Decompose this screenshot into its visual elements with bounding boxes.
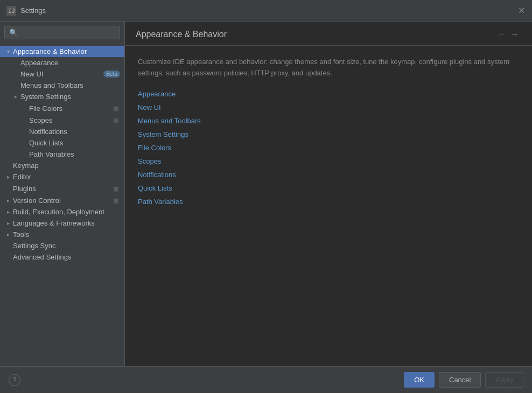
sidebar-item-label: Settings Sync [13,242,120,250]
sidebar-tree: ▾Appearance & BehaviorAppearanceNew UIBe… [0,44,124,366]
content-link-menus-toolbars[interactable]: Menus and Toolbars [138,117,519,125]
sidebar-item-label: Scopes [29,116,109,124]
chevron-spacer [12,71,19,78]
chevron-icon: ▸ [12,93,19,101]
chevron-spacer [20,104,28,112]
content-description: Customize IDE appearance and behavior: c… [138,57,519,79]
sidebar-item-label: Tools [13,230,120,238]
sidebar-item-menus-toolbars[interactable]: Menus and Toolbars [0,80,124,91]
sidebar-item-label: Version Control [13,196,109,205]
ok-button[interactable]: OK [404,372,435,388]
back-button[interactable]: ← [495,28,508,41]
links-list: AppearanceNew UIMenus and ToolbarsSystem… [138,90,519,206]
sidebar-item-languages-frameworks[interactable]: ▸Languages & Frameworks [0,217,124,229]
beta-badge: Beta [103,71,120,78]
sidebar-item-label: Plugins [13,185,109,193]
sidebar-item-label: System Settings [20,93,120,101]
chevron-spacer [20,128,28,136]
help-icon: ? [12,376,16,384]
chevron-spacer [20,116,28,124]
content-link-path-variables[interactable]: Path Variables [138,198,519,206]
content-link-scopes[interactable]: Scopes [138,157,519,165]
app-logo-icon: IJ [6,6,16,16]
content-link-appearance[interactable]: Appearance [138,90,519,98]
chevron-spacer [4,254,12,261]
content-header: Appearance & Behavior ← → [125,22,532,46]
sidebar: ▾Appearance & BehaviorAppearanceNew UIBe… [0,22,125,366]
chevron-spacer [4,162,12,170]
sidebar-item-label: Appearance [20,59,120,67]
sidebar-item-label: Editor [13,173,120,181]
window-title: Settings [20,6,517,15]
sidebar-item-label: New UI [20,70,100,78]
help-button[interactable]: ? [9,374,20,386]
sidebar-item-keymap[interactable]: Keymap [0,160,124,171]
chevron-icon: ▸ [4,173,12,181]
content-link-new-ui[interactable]: New UI [138,103,519,111]
settings-icon[interactable]: ▦ [111,196,120,205]
sidebar-item-label: File Colors [29,104,109,113]
content-link-system-settings[interactable]: System Settings [138,130,519,138]
chevron-spacer [12,59,19,67]
sidebar-item-scopes[interactable]: Scopes▦ [0,114,124,126]
sidebar-item-advanced-settings[interactable]: Advanced Settings [0,251,124,263]
close-icon[interactable]: ✕ [517,6,526,15]
chevron-icon: ▸ [4,208,12,216]
chevron-icon: ▾ [4,48,12,55]
main-layout: ▾Appearance & BehaviorAppearanceNew UIBe… [0,22,532,366]
footer: ? OK Cancel Apply [0,366,532,393]
sidebar-item-appearance[interactable]: Appearance [0,57,124,68]
sidebar-item-version-control[interactable]: ▸Version Control▦ [0,194,124,206]
content-link-quick-lists[interactable]: Quick Lists [138,184,519,192]
chevron-spacer [4,242,12,250]
chevron-icon: ▸ [4,231,12,238]
chevron-spacer [20,151,28,158]
sidebar-item-label: Build, Execution, Deployment [13,208,120,216]
svg-text:IJ: IJ [8,8,15,15]
sidebar-item-plugins[interactable]: Plugins▦ [0,183,124,194]
settings-icon[interactable]: ▦ [111,184,120,193]
sidebar-item-settings-sync[interactable]: Settings Sync [0,240,124,251]
sidebar-item-file-colors[interactable]: File Colors▦ [0,102,124,114]
sidebar-item-label: Menus and Toolbars [20,81,120,89]
chevron-spacer [20,139,28,147]
apply-button[interactable]: Apply [485,372,523,388]
content-link-notifications[interactable]: Notifications [138,171,519,179]
sidebar-item-label: Quick Lists [29,139,120,147]
chevron-icon: ▸ [4,220,12,227]
settings-icon[interactable]: ▦ [111,104,120,113]
sidebar-item-label: Notifications [29,128,120,136]
sidebar-item-notifications[interactable]: Notifications [0,126,124,137]
sidebar-item-appearance-behavior[interactable]: ▾Appearance & Behavior [0,46,124,57]
chevron-icon: ▸ [4,196,12,204]
sidebar-item-label: Path Variables [29,150,120,158]
sidebar-item-label: Keymap [13,162,120,170]
content-panel: Appearance & Behavior ← → Customize IDE … [125,22,532,366]
sidebar-item-label: Appearance & Behavior [13,47,120,55]
sidebar-item-build-execution[interactable]: ▸Build, Execution, Deployment [0,206,124,217]
cancel-button[interactable]: Cancel [439,372,481,388]
title-bar: IJ Settings ✕ [0,0,532,22]
content-title: Appearance & Behavior [136,30,495,39]
settings-icon[interactable]: ▦ [111,116,120,124]
sidebar-item-new-ui[interactable]: New UIBeta [0,68,124,80]
sidebar-item-quick-lists[interactable]: Quick Lists [0,137,124,149]
chevron-spacer [4,185,12,192]
sidebar-item-path-variables[interactable]: Path Variables [0,149,124,160]
forward-button[interactable]: → [508,28,521,41]
search-input[interactable] [4,26,120,39]
sidebar-item-editor[interactable]: ▸Editor [0,171,124,183]
chevron-spacer [12,82,19,89]
content-body: Customize IDE appearance and behavior: c… [125,46,532,366]
sidebar-item-system-settings[interactable]: ▸System Settings [0,91,124,102]
sidebar-item-label: Languages & Frameworks [13,219,120,227]
content-link-file-colors[interactable]: File Colors [138,144,519,152]
sidebar-item-tools[interactable]: ▸Tools [0,229,124,240]
sidebar-item-label: Advanced Settings [13,253,120,261]
